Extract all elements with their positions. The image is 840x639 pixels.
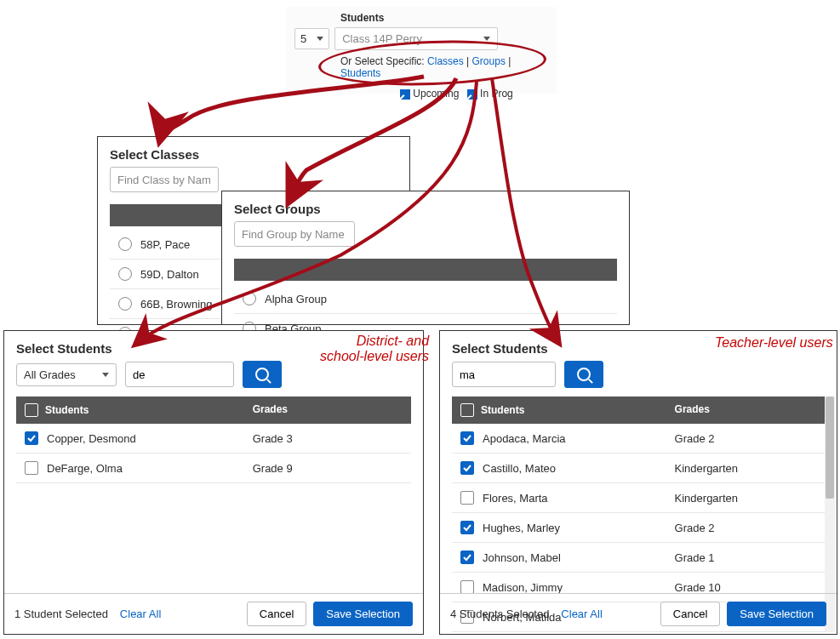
radio-icon[interactable] [118, 267, 132, 281]
status-filters: Upcoming In Prog [400, 88, 548, 100]
find-group-input[interactable] [234, 221, 355, 247]
row-checkbox[interactable] [460, 551, 474, 564]
row-checkbox[interactable] [460, 580, 474, 594]
select-all-checkbox[interactable] [460, 403, 474, 417]
page-size-select[interactable]: 5 [294, 28, 329, 49]
student-name: DeFarge, Olma [47, 462, 123, 475]
select-groups-panel: Select Groups Alpha Group Beta Group [221, 191, 630, 325]
table-row[interactable]: Copper, DesmondGrade 3 [16, 424, 411, 454]
link-groups[interactable]: Groups [472, 55, 506, 67]
link-classes[interactable]: Classes [427, 55, 464, 67]
save-selection-button[interactable]: Save Selection [727, 602, 826, 626]
class-name: 58P, Pace [140, 238, 190, 251]
row-checkbox[interactable] [460, 431, 474, 445]
student-name: Madison, Jimmy [483, 581, 563, 594]
student-name: Hughes, Marley [483, 522, 560, 534]
group-name: Alpha Group [265, 293, 327, 305]
student-grade: Kindergarten [666, 484, 825, 512]
panel-footer: 4 Students Selected Clear All Cancel Sav… [440, 593, 837, 634]
selected-count: 1 Student Selected [14, 608, 108, 620]
student-grade: Kindergarten [666, 454, 825, 482]
student-name: Copper, Desmond [47, 432, 136, 445]
clear-all-link[interactable]: Clear All [120, 608, 161, 620]
panel-footer: 1 Student Selected Clear All Cancel Save… [4, 593, 423, 634]
select-all-checkbox[interactable] [25, 403, 38, 417]
search-icon [577, 368, 591, 381]
row-checkbox[interactable] [460, 521, 474, 534]
table-row[interactable]: Castillo, MateoKindergarten [452, 454, 825, 483]
table-row[interactable]: Apodaca, MarciaGrade 2 [452, 424, 825, 454]
radio-icon[interactable] [118, 297, 132, 311]
link-students[interactable]: Students [340, 67, 380, 79]
search-icon [255, 368, 269, 381]
student-name: Castillo, Mateo [483, 462, 556, 475]
radio-icon[interactable] [118, 237, 132, 251]
col-grades: Grades [244, 397, 411, 424]
inprogress-checkbox[interactable] [467, 89, 477, 100]
inprogress-label: In Prog [480, 88, 513, 100]
student-search-input[interactable] [452, 362, 556, 387]
row-checkbox[interactable] [25, 431, 38, 445]
annotation-district-school: District- and school-level users [320, 334, 429, 364]
select-students-panel-teacher: Select Students Students Grades Apodaca,… [439, 330, 837, 635]
class-name: 59D, Dalton [140, 268, 199, 281]
col-students: Students [481, 404, 524, 416]
save-selection-button[interactable]: Save Selection [313, 602, 413, 626]
or-select-specific-line: Or Select Specific: Classes | Groups | S… [340, 55, 548, 79]
search-button[interactable] [564, 361, 603, 388]
row-checkbox[interactable] [460, 461, 474, 475]
page-size-value: 5 [300, 32, 306, 45]
list-item[interactable]: Alpha Group [234, 284, 617, 314]
student-grade: Grade 1 [666, 544, 825, 572]
table-row[interactable]: Flores, MartaKindergarten [452, 483, 825, 513]
select-students-panel-district: Select Students All Grades Students Grad… [3, 330, 424, 635]
student-grade: Grade 3 [244, 425, 411, 453]
panel-title: Select Groups [222, 191, 629, 221]
or-text: Or Select Specific: [340, 55, 425, 67]
cancel-button[interactable]: Cancel [660, 602, 720, 626]
student-grade: Grade 2 [666, 514, 825, 542]
student-grade: Grade 9 [244, 454, 411, 482]
table-header: Students Grades [452, 397, 825, 424]
students-class-value: Class 14P Perry [342, 32, 422, 45]
table-row[interactable]: Johnson, MabelGrade 1 [452, 543, 825, 573]
grade-filter-value: All Grades [24, 368, 76, 381]
chevron-down-icon [483, 37, 490, 41]
student-name: Apodaca, Marcia [483, 432, 566, 445]
col-grades: Grades [666, 397, 825, 424]
table-header: Students Grades [16, 397, 411, 424]
chevron-down-icon [317, 37, 323, 41]
grade-filter-select[interactable]: All Grades [16, 363, 117, 386]
row-checkbox[interactable] [460, 491, 474, 505]
annotation-teacher: Teacher-level users [715, 335, 833, 351]
upcoming-label: Upcoming [413, 88, 459, 100]
table-row[interactable]: DeFarge, OlmaGrade 9 [16, 454, 411, 483]
students-label: Students [340, 12, 548, 24]
table-row[interactable]: Hughes, MarleyGrade 2 [452, 513, 825, 543]
find-class-input[interactable] [110, 167, 219, 192]
student-grade: Grade 2 [666, 425, 825, 453]
top-filter-fragment: Students 5 Class 14P Perry Or Select Spe… [286, 7, 557, 94]
search-button[interactable] [243, 361, 282, 388]
cancel-button[interactable]: Cancel [247, 602, 306, 626]
radio-icon[interactable] [243, 292, 256, 305]
student-name: Flores, Marta [483, 492, 548, 505]
upcoming-checkbox[interactable] [400, 89, 410, 100]
col-students: Students [45, 404, 89, 416]
row-checkbox[interactable] [25, 461, 38, 475]
scroll-thumb[interactable] [826, 397, 834, 499]
selected-count: 4 Students Selected [450, 608, 549, 620]
chevron-down-icon [102, 373, 109, 377]
class-name: 66B, Browning [140, 298, 213, 311]
students-rows: Copper, DesmondGrade 3DeFarge, OlmaGrade… [16, 424, 411, 483]
clear-all-link[interactable]: Clear All [561, 608, 602, 620]
panel-title: Select Classes [98, 137, 409, 167]
groups-header-bar [234, 259, 617, 281]
students-class-select[interactable]: Class 14P Perry [334, 27, 498, 50]
student-search-input[interactable] [125, 362, 234, 387]
student-name: Johnson, Mabel [483, 551, 561, 564]
